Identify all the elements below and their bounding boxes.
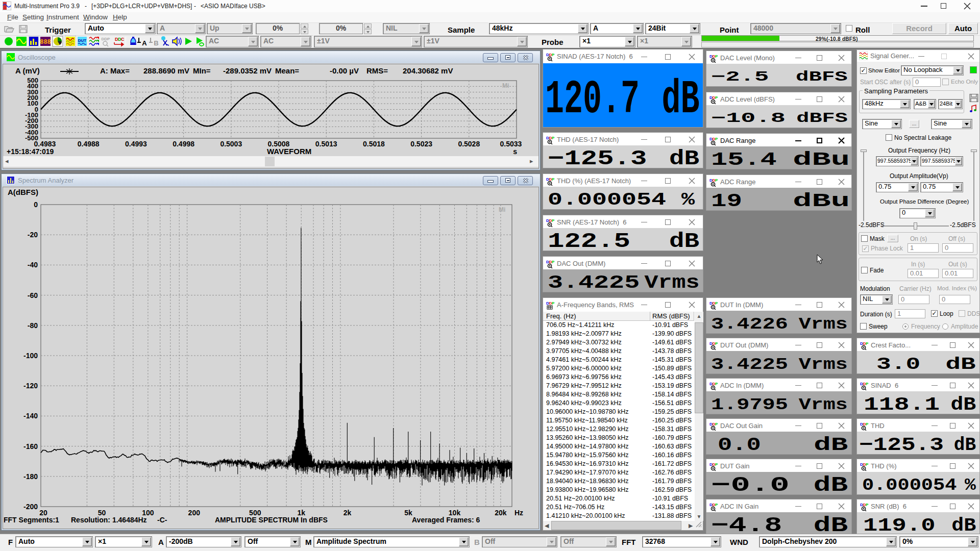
svg-text:P: P: [715, 382, 718, 386]
svg-text:P: P: [715, 301, 718, 306]
svg-text:DUT: DUT: [78, 38, 87, 43]
svg-text:Mi: Mi: [502, 82, 509, 89]
svg-text:20k: 20k: [495, 509, 507, 517]
svg-text:P: P: [715, 95, 718, 100]
svg-text:DDP: DDP: [102, 37, 111, 41]
svg-text:0.4988: 0.4988: [78, 140, 100, 148]
svg-text:0.5023: 0.5023: [410, 140, 432, 148]
svg-text:5k: 5k: [404, 509, 412, 517]
svg-text:P: P: [866, 462, 869, 467]
svg-text:200: 200: [188, 509, 201, 517]
svg-text:-80: -80: [28, 321, 38, 330]
svg-text:P: P: [552, 301, 555, 306]
svg-text:2k: 2k: [344, 509, 352, 517]
svg-text:-180: -180: [23, 472, 38, 481]
svg-text:WAVEFORM: WAVEFORM: [267, 147, 311, 156]
svg-text:A: A: [142, 39, 147, 47]
svg-text:P: P: [866, 422, 869, 427]
svg-text:-20: -20: [28, 231, 38, 239]
svg-text:-120: -120: [23, 382, 38, 390]
svg-text:0.4998: 0.4998: [173, 140, 194, 148]
svg-text:0.5013: 0.5013: [315, 140, 337, 148]
svg-text:P: P: [715, 137, 718, 141]
svg-text:B: B: [154, 39, 158, 47]
svg-text:A(dBFS): A(dBFS): [8, 188, 38, 196]
svg-text:0.5003: 0.5003: [220, 140, 242, 148]
svg-text:-C-: -C-: [157, 516, 167, 524]
svg-text:P: P: [715, 462, 718, 467]
svg-text:P: P: [715, 341, 718, 346]
svg-text:AMPLITUDE SPECTRUM In dBFS: AMPLITUDE SPECTRUM In dBFS: [215, 516, 328, 524]
svg-text:s: s: [513, 147, 517, 156]
svg-text:0.5028: 0.5028: [458, 140, 480, 148]
svg-text:0.5018: 0.5018: [363, 140, 385, 148]
svg-text:P: P: [866, 382, 869, 386]
svg-text:P: P: [715, 503, 718, 507]
svg-text:-140: -140: [23, 412, 38, 420]
svg-text:P: P: [866, 341, 869, 346]
svg-text:Resolution: 1.46484Hz: Resolution: 1.46484Hz: [71, 516, 147, 524]
svg-text:-100: -100: [23, 352, 38, 360]
svg-text:0: 0: [34, 201, 38, 209]
svg-text:Averaged Frames: 6: Averaged Frames: 6: [412, 516, 480, 524]
svg-text:P: P: [552, 260, 555, 264]
svg-text:P: P: [552, 177, 555, 182]
svg-text:P: P: [552, 136, 555, 140]
svg-text:P: P: [866, 503, 869, 507]
svg-text:P: P: [552, 218, 555, 223]
svg-text:-200: -200: [23, 503, 38, 511]
svg-text:888: 888: [40, 39, 51, 46]
svg-text:-40: -40: [28, 261, 38, 269]
svg-text:Mi: Mi: [499, 206, 505, 213]
svg-text:FFT Segments:1: FFT Segments:1: [4, 516, 59, 524]
svg-text:0.4983: 0.4983: [34, 140, 56, 148]
svg-text:-160: -160: [23, 442, 38, 450]
svg-text:P: P: [715, 422, 718, 427]
svg-text:-60: -60: [28, 291, 38, 299]
svg-text:C: C: [121, 37, 124, 42]
svg-text:P: P: [715, 178, 718, 183]
svg-text:P: P: [552, 53, 555, 57]
svg-text:Hz: Hz: [514, 509, 523, 517]
svg-text:0.5033: 0.5033: [500, 140, 522, 148]
svg-text:0.4993: 0.4993: [125, 140, 147, 148]
svg-text:+15:18:47:019: +15:18:47:019: [7, 147, 54, 156]
svg-text:P: P: [715, 54, 718, 59]
